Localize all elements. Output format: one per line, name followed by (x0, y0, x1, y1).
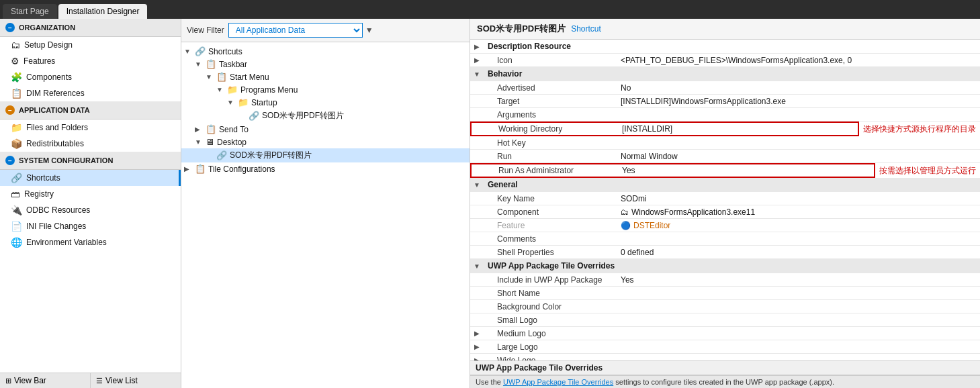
sidebar-item-features[interactable]: ⚙ Features (0, 53, 181, 69)
prop-short-name[interactable]: Short Name (470, 287, 980, 300)
general-section[interactable]: ▼ General (470, 178, 980, 192)
prop-run-as-admin[interactable]: Run As Administrator Yes (470, 163, 875, 178)
view-bar-button[interactable]: ⊞ View Bar (0, 373, 91, 388)
uwp-highlight-bar: UWP App Package Tile Overrides (470, 360, 980, 375)
shortcuts-toggle: ▼ (184, 48, 195, 55)
send-to-toggle: ▶ (195, 126, 206, 133)
desktop-toggle: ▼ (195, 138, 206, 146)
setup-design-label: Setup Design (24, 40, 73, 50)
wd-annotation: 选择快捷方式源执行程序的目录 (859, 122, 980, 136)
uwp-toggle: ▼ (470, 262, 484, 270)
prop-shell-properties[interactable]: Shell Properties 0 defined (470, 246, 980, 259)
tree-node-sod-desktop[interactable]: 🔗 SOD米专用PDF转图片 (181, 148, 470, 162)
send-to-icon: 📋 (206, 124, 216, 134)
tree-node-tile-config[interactable]: ▶ 📋 Tile Configurations (181, 162, 470, 175)
tree-node-taskbar[interactable]: ▼ 📋 Taskbar (181, 58, 470, 70)
tree-node-shortcuts[interactable]: ▼ 🔗 Shortcuts (181, 45, 470, 58)
start-menu-label: Start Menu (230, 72, 269, 82)
status-bar: Use the UWP App Package Tile Overrides s… (470, 375, 980, 388)
tree-node-startup[interactable]: ▼ 📁 Startup (181, 96, 470, 109)
sidebar-item-registry[interactable]: 🗃 Registry (0, 186, 181, 202)
prop-arguments[interactable]: Arguments (470, 108, 980, 122)
sidebar-item-odbc[interactable]: 🔌 ODBC Resources (0, 202, 181, 218)
prop-component[interactable]: Component 🗂WindowsFormsApplication3.exe1… (470, 205, 980, 219)
tree-node-programs-menu[interactable]: ▼ 📁 Programs Menu (181, 83, 470, 96)
uwp-link[interactable]: UWP App Package Tile Overrides (503, 378, 613, 386)
working-dir-row: Working Directory [INSTALLDIR] 选择快捷方式源执行… (470, 122, 980, 136)
tab-installation-designer[interactable]: Installation Designer (58, 4, 148, 19)
prop-large-logo[interactable]: ▶ Large Logo (470, 340, 980, 354)
sl-name: Small Logo (484, 314, 618, 326)
tab-start-page[interactable]: Start Page (3, 4, 57, 19)
prop-medium-logo[interactable]: ▶ Medium Logo (470, 327, 980, 340)
comp-value: 🗂WindowsFormsApplication3.exe11 (618, 206, 980, 218)
startup-toggle: ▼ (227, 99, 238, 106)
right-header: SOD米专用PDF转图片 Shortcut (470, 19, 980, 40)
bgc-value (618, 305, 980, 308)
features-label: Features (24, 56, 55, 66)
app-data-icon: − (5, 105, 15, 115)
tree-node-start-menu[interactable]: ▼ 📋 Start Menu (181, 70, 470, 83)
tree-node-sod-startup[interactable]: 🔗 SOD米专用PDF转图片 (181, 109, 470, 123)
prop-small-logo[interactable]: Small Logo (470, 313, 980, 327)
sidebar-item-components[interactable]: 🧩 Components (0, 69, 181, 85)
tree-node-desktop[interactable]: ▼ 🖥 Desktop (181, 136, 470, 148)
org-icon: − (5, 23, 15, 32)
kn-name: Key Name (484, 193, 618, 205)
right-subtitle: Shortcut (571, 24, 601, 34)
sidebar-item-redistributables[interactable]: 📦 Redistributables (0, 136, 181, 152)
sp-name: Shell Properties (484, 246, 618, 258)
right-panel: SOD米专用PDF转图片 Shortcut ▶ Description Reso… (470, 19, 980, 388)
comp-icon: 🗂 (621, 207, 629, 217)
view-list-icon: ☰ (96, 377, 103, 385)
sidebar-item-files-folders[interactable]: 📁 Files and Folders (0, 119, 181, 136)
comp-name: Component (484, 206, 618, 218)
prop-comments[interactable]: Comments (470, 232, 980, 246)
sidebar-item-setup-design[interactable]: 🗂 Setup Design (0, 37, 181, 53)
prop-feature[interactable]: Feature 🔵DSTEditor (470, 219, 980, 232)
shortcuts-icon: 🔗 (11, 173, 22, 183)
prop-icon-row[interactable]: ▶ Icon <PATH_TO_DEBUG_FILES>\WindowsForm… (470, 54, 980, 67)
prop-description-resource[interactable]: ▶ Description Resource (470, 40, 980, 54)
prop-bg-color[interactable]: Background Color (470, 300, 980, 313)
prop-hot-key[interactable]: Hot Key (470, 136, 980, 150)
prop-wide-logo[interactable]: ▶ Wide Logo (470, 354, 980, 360)
feat-value: 🔵DSTEditor (618, 220, 980, 232)
registry-icon: 🗃 (11, 189, 20, 199)
sidebar-item-ini[interactable]: 📄 INI File Changes (0, 218, 181, 234)
feat-icon: 🔵 (621, 221, 631, 230)
sidebar: − ORGANIZATION 🗂 Setup Design ⚙ Features… (0, 19, 181, 388)
view-list-button[interactable]: ☰ View List (91, 373, 181, 388)
wd-name: Working Directory (485, 123, 619, 135)
prop-run[interactable]: Run Normal Window (470, 150, 980, 163)
startup-icon: 📁 (238, 97, 249, 107)
section-app-label: APPLICATION DATA (19, 106, 90, 114)
prop-key-name[interactable]: Key Name SODmi (470, 192, 980, 205)
programs-menu-label: Programs Menu (240, 85, 298, 95)
right-title: SOD米专用PDF转图片 (477, 23, 566, 35)
filter-dropdown-icon: ▼ (365, 26, 373, 35)
bgc-name: Background Color (484, 301, 618, 313)
startup-label: Startup (251, 98, 277, 107)
tree-area: ▼ 🔗 Shortcuts ▼ 📋 Taskbar ▼ 📋 Start Menu… (181, 42, 470, 388)
sidebar-item-shortcuts[interactable]: 🔗 Shortcuts (0, 170, 181, 186)
prop-advertised[interactable]: Advertised No (470, 81, 980, 95)
run-as-admin-row: Run As Administrator Yes 按需选择以管理员方式运行 (470, 163, 980, 178)
sn-value (618, 292, 980, 295)
sys-icon: − (5, 156, 15, 165)
hk-name: Hot Key (484, 137, 618, 149)
raa-annotation: 按需选择以管理员方式运行 (875, 164, 980, 178)
com-value (618, 238, 980, 240)
uwp-section[interactable]: ▼ UWP App Package Tile Overrides (470, 259, 980, 273)
ml-name: Medium Logo (484, 328, 618, 340)
filter-select[interactable]: All Application Data (228, 23, 363, 38)
middle-panel: View Filter All Application Data ▼ ▼ 🔗 S… (181, 19, 470, 388)
sidebar-item-dim-references[interactable]: 📋 DIM References (0, 85, 181, 101)
behavior-toggle: ▼ (470, 70, 484, 78)
tree-node-send-to[interactable]: ▶ 📋 Send To (181, 123, 470, 136)
prop-include-uwp[interactable]: Include in UWP App Package Yes (470, 273, 980, 287)
prop-working-dir[interactable]: Working Directory [INSTALLDIR] (470, 122, 859, 136)
behavior-section[interactable]: ▼ Behavior (470, 67, 980, 81)
sidebar-item-env-vars[interactable]: 🌐 Environment Variables (0, 234, 181, 250)
prop-target[interactable]: Target [INSTALLDIR]WindowsFormsApplicati… (470, 95, 980, 108)
